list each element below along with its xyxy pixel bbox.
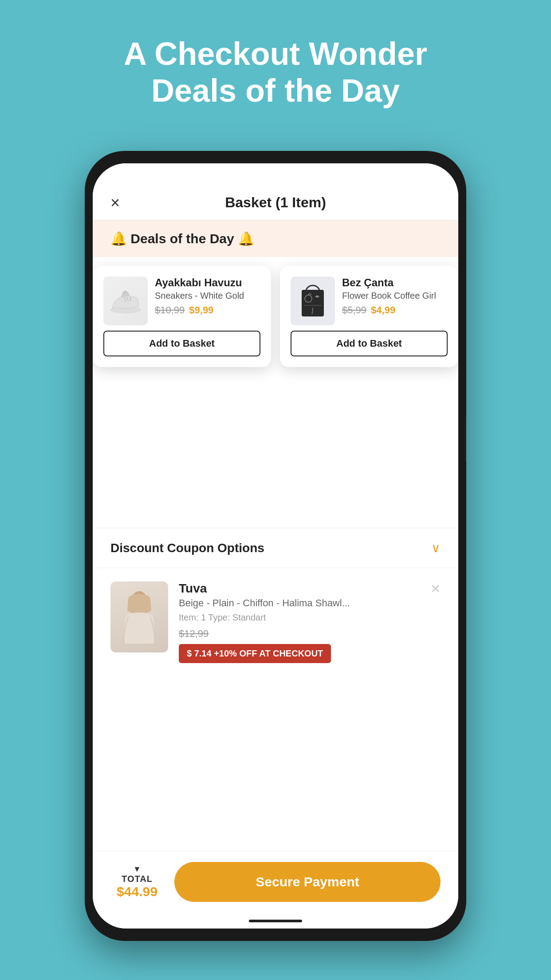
- deal-brand-2: Bez Çanta: [342, 277, 448, 289]
- price-sale-2: $4,99: [371, 304, 395, 316]
- add-to-basket-btn-2[interactable]: Add to Basket: [291, 331, 448, 356]
- product-meta: Item: 1 Type: Standart: [179, 612, 441, 623]
- phone-frame: × Basket (1 Item) 🔔 Deals of the Day 🔔: [85, 151, 466, 941]
- title-line1: A Checkout Wonder: [0, 36, 551, 72]
- deal-name-2: Flower Book Coffee Girl: [342, 291, 448, 301]
- bottom-bar: ▼ TOTAL $44.99 Secure Payment: [93, 851, 458, 929]
- close-button[interactable]: ×: [110, 194, 120, 212]
- deal-card-2: Bez Çanta Flower Book Coffee Girl $5,99 …: [280, 266, 458, 367]
- price-sale-1: $9,99: [189, 304, 213, 316]
- deal-prices-1: $10,99 $9,99: [155, 304, 260, 316]
- chevron-down-icon: ∨: [431, 541, 441, 555]
- status-bar: [93, 163, 458, 186]
- deal-product-image-2: [291, 277, 335, 325]
- side-button: [465, 417, 466, 462]
- title-line2: Deals of the Day: [0, 72, 551, 109]
- deal-info-2: Bez Çanta Flower Book Coffee Girl $5,99 …: [342, 277, 448, 316]
- deals-banner: 🔔 Deals of the Day 🔔: [93, 220, 458, 257]
- remove-item-button[interactable]: ✕: [430, 581, 441, 596]
- product-brand: Tuva: [179, 581, 441, 596]
- product-image: [110, 581, 168, 652]
- deal-brand-1: Ayakkabı Havuzu: [155, 277, 260, 289]
- secure-payment-button[interactable]: Secure Payment: [174, 862, 441, 902]
- product-description: Beige - Plain - Chiffon - Halima Shawl..…: [179, 597, 441, 609]
- product-original-price: $12,99: [179, 628, 441, 640]
- coupon-title: Discount Coupon Options: [110, 541, 264, 555]
- deal-card-1: Ayakkabı Havuzu Sneakers - White Gold $1…: [93, 266, 271, 367]
- sneaker-image: [103, 277, 148, 325]
- coupon-section[interactable]: Discount Coupon Options ∨: [93, 528, 458, 568]
- phone-screen: × Basket (1 Item) 🔔 Deals of the Day 🔔: [93, 163, 458, 929]
- total-dropdown-arrow[interactable]: ▼: [133, 865, 141, 874]
- deals-banner-text: 🔔 Deals of the Day 🔔: [110, 231, 254, 246]
- tote-image: [291, 277, 335, 325]
- deals-cards-container: Ayakkabı Havuzu Sneakers - White Gold $1…: [93, 257, 458, 376]
- product-item: Tuva Beige - Plain - Chiffon - Halima Sh…: [93, 568, 458, 676]
- add-to-basket-btn-1[interactable]: Add to Basket: [103, 331, 260, 356]
- deal-info-1: Ayakkabı Havuzu Sneakers - White Gold $1…: [155, 277, 260, 316]
- svg-rect-1: [302, 290, 324, 316]
- price-original-1: $10,99: [155, 304, 185, 316]
- basket-title: Basket (1 Item): [225, 194, 326, 211]
- deal-product-image-1: [103, 277, 148, 325]
- page-hero-title: A Checkout Wonder Deals of the Day: [0, 0, 551, 127]
- screen-content: Ayakkabı Havuzu Sneakers - White Gold $1…: [93, 257, 458, 929]
- total-section: ▼ TOTAL $44.99: [110, 865, 164, 899]
- home-indicator: [249, 920, 302, 922]
- product-thumbnail: [110, 581, 168, 652]
- total-amount: $44.99: [117, 884, 157, 899]
- basket-header: × Basket (1 Item): [93, 186, 458, 220]
- deal-prices-2: $5,99 $4,99: [342, 304, 448, 316]
- deals-cards-wrapper: Ayakkabı Havuzu Sneakers - White Gold $1…: [93, 257, 458, 399]
- discount-badge: $ 7.14 +10% OFF AT CHECKOUT: [179, 644, 331, 663]
- deal-name-1: Sneakers - White Gold: [155, 291, 260, 301]
- price-original-2: $5,99: [342, 304, 366, 316]
- product-details: Tuva Beige - Plain - Chiffon - Halima Sh…: [179, 581, 441, 663]
- total-label: TOTAL: [122, 874, 153, 884]
